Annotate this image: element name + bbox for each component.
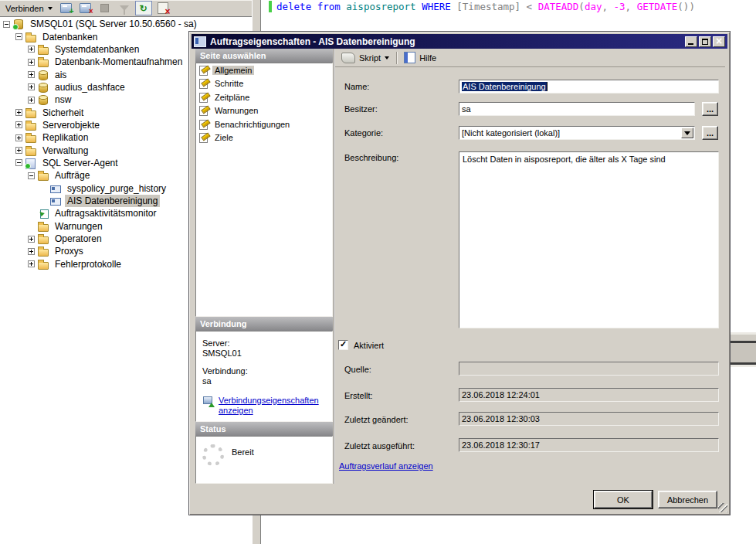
server-label: Server:: [202, 338, 326, 348]
expand-icon[interactable]: [28, 236, 35, 243]
created-value: 23.06.2018 12:24:01: [462, 390, 540, 400]
page-icon: [198, 65, 209, 76]
activity-monitor-icon: [38, 208, 49, 219]
connection-value: sa: [202, 376, 326, 386]
refresh-button[interactable]: ↻: [135, 2, 152, 15]
progress-spinner-icon: [202, 444, 224, 466]
category-select[interactable]: [Nicht kategorisiert (lokal)]: [459, 126, 695, 140]
script-button[interactable]: Skript: [339, 51, 392, 65]
page-item-schritte[interactable]: Schritte: [196, 77, 332, 91]
page-icon: [198, 78, 209, 89]
sql-operator: ,: [625, 1, 637, 12]
plus-badge-icon: +: [69, 8, 74, 15]
chevron-down-icon: [48, 7, 53, 10]
page-item-warnungen[interactable]: Warnungen: [196, 104, 332, 118]
page-icon: [198, 132, 209, 143]
dialog-toolbar: Skript Hilfe: [335, 49, 725, 67]
folder-icon: [38, 44, 49, 55]
status-panel: Bereit: [195, 436, 333, 484]
text-caret: [547, 82, 548, 91]
collapse-icon[interactable]: [3, 21, 10, 28]
maximize-button[interactable]: [699, 36, 711, 47]
pages-header: Seite auswählen: [195, 49, 333, 63]
description-textarea[interactable]: Löscht Daten in aisposreport, die älter …: [459, 151, 719, 328]
sql-operator: ,: [602, 1, 613, 12]
sql-query-text[interactable]: delete from aisposreport WHERE [Timestam…: [276, 1, 695, 12]
category-browse-button[interactable]: ...: [702, 126, 718, 140]
page-item-ziele[interactable]: Ziele: [196, 131, 332, 145]
expand-icon[interactable]: [28, 97, 35, 104]
sql-number: -3: [614, 1, 625, 12]
page-item-allgemein[interactable]: Allgemein: [196, 63, 332, 77]
expand-icon[interactable]: [15, 134, 22, 141]
connect-server-button[interactable]: +: [58, 2, 75, 15]
stop-icon: [100, 4, 109, 12]
expand-icon[interactable]: [28, 59, 35, 66]
sql-function: day: [585, 1, 602, 12]
enabled-checkbox[interactable]: [338, 340, 348, 350]
close-button[interactable]: [713, 36, 725, 47]
sql-function: DATEADD: [538, 1, 579, 12]
page-item-zeitplaene[interactable]: Zeitpläne: [196, 90, 332, 104]
modified-label: Zuletzt geändert:: [344, 415, 409, 424]
refresh-icon: ↻: [135, 1, 152, 15]
owner-label: Besitzer:: [344, 104, 378, 114]
status-text: Bereit: [232, 447, 254, 457]
pages-list: Allgemein Schritte Zeitpläne Warnungen B…: [195, 63, 333, 317]
page-icon: [198, 92, 209, 103]
tree-item-server[interactable]: SMSQL01 (SQL Server 10.50.6560 - sa): [0, 18, 252, 30]
folder-icon: [25, 120, 37, 131]
expand-icon[interactable]: [15, 147, 22, 154]
resize-grip[interactable]: [718, 503, 727, 512]
created-field: 23.06.2018 12:24:01: [459, 388, 719, 402]
collapse-icon[interactable]: [15, 159, 22, 166]
expand-icon[interactable]: [28, 260, 35, 267]
source-field: [459, 362, 719, 376]
dialog-titlebar[interactable]: Auftragseigenschaften - AIS Datenbereini…: [192, 34, 727, 49]
connection-properties-link[interactable]: Verbindungseigenschaften anzeigen: [219, 396, 326, 416]
owner-browse-button[interactable]: ...: [702, 102, 718, 116]
cancel-button[interactable]: Abbrechen: [658, 491, 717, 508]
enabled-label: Aktiviert: [354, 341, 384, 350]
owner-input[interactable]: sa: [459, 102, 695, 116]
expand-icon[interactable]: [28, 248, 35, 255]
minimize-button[interactable]: [685, 36, 697, 47]
job-history-link[interactable]: Auftragsverlauf anzeigen: [339, 461, 433, 471]
collapse-icon[interactable]: [15, 33, 22, 40]
folder-icon: [38, 233, 49, 244]
connection-header: Verbindung: [195, 317, 333, 331]
database-icon: [38, 70, 49, 80]
ok-button[interactable]: OK: [594, 491, 653, 508]
disconnect-server-button[interactable]: ×: [77, 2, 94, 15]
dropdown-arrow-icon[interactable]: [681, 128, 693, 138]
created-label: Erstellt:: [344, 391, 373, 400]
sql-identifier: aisposreport: [346, 1, 422, 12]
expand-icon[interactable]: [15, 121, 22, 128]
modified-field: 23.06.2018 12:30:03: [459, 412, 719, 426]
folder-icon: [38, 170, 49, 181]
collapse-icon[interactable]: [28, 172, 35, 179]
expand-icon[interactable]: [15, 109, 22, 116]
name-input[interactable]: AIS Datenbereinigung: [459, 80, 719, 94]
job-icon: [194, 36, 206, 47]
delete-script-icon: [158, 2, 168, 14]
stop-button: [97, 2, 114, 15]
server-icon: [13, 19, 25, 29]
expand-icon[interactable]: [28, 46, 35, 53]
folder-icon: [38, 56, 49, 67]
database-icon: [38, 82, 49, 93]
page-icon: [198, 105, 209, 116]
description-label: Beschreibung:: [344, 153, 398, 162]
executed-field: 23.06.2018 12:30:17: [459, 438, 719, 452]
help-button[interactable]: Hilfe: [402, 50, 439, 65]
chevron-down-icon: [385, 56, 389, 60]
status-header: Status: [195, 422, 333, 436]
job-properties-dialog: Auftragseigenschaften - AIS Datenbereini…: [188, 31, 731, 515]
expand-icon[interactable]: [28, 83, 35, 90]
connect-dropdown-button[interactable]: Verbinden: [2, 2, 56, 15]
expand-icon[interactable]: [28, 71, 35, 78]
sql-operator: ()): [677, 1, 695, 12]
delete-button[interactable]: [154, 2, 171, 15]
page-item-benachrichtigungen[interactable]: Benachrichtigungen: [196, 117, 332, 131]
sql-operator: [Timestamp] <: [456, 1, 537, 12]
